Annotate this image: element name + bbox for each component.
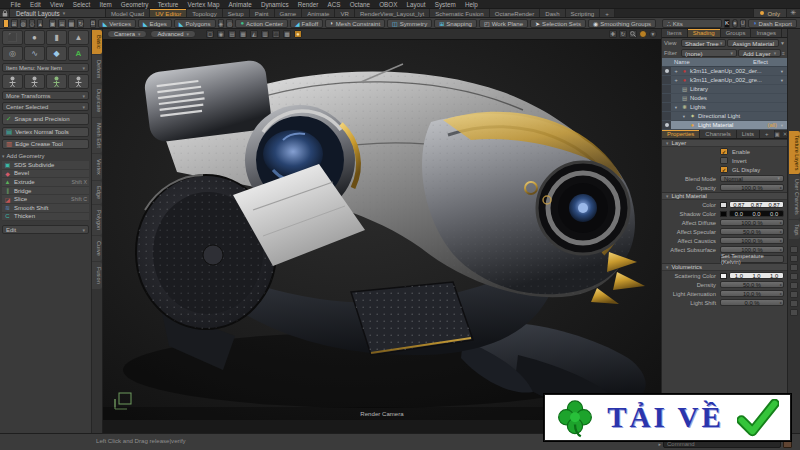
octane-icon[interactable]: ● [732, 19, 738, 28]
tab-renderview-layout[interactable]: RenderView_Layout_lyt [355, 9, 430, 17]
tree-row-material-1[interactable]: + ● k3m11_cleanUp_002_der... ▾ [662, 67, 787, 76]
tab-setup[interactable]: Setup [223, 9, 250, 17]
grid-tool-icon[interactable]: ⊞ [11, 19, 18, 28]
refresh-tool-icon[interactable]: ↻ [77, 19, 84, 28]
menu-texture[interactable]: Texture [153, 1, 183, 8]
edge-crease-tool-button[interactable]: ▥ Edge Crease Tool [2, 139, 89, 149]
side-square-button[interactable] [790, 255, 798, 262]
shadow-color-swatch[interactable] [720, 211, 727, 217]
menu-item[interactable]: Item [95, 1, 116, 8]
add-tab-button[interactable]: + [600, 9, 615, 17]
visibility-eye-icon[interactable] [662, 94, 671, 102]
text-primitive-button[interactable]: A [68, 46, 89, 61]
set-temperature-button[interactable]: Set Temperature (Kelvin) [720, 255, 784, 263]
menu-octane[interactable]: Octane [345, 1, 375, 8]
symmetry-button[interactable]: ◫Symmetry [387, 19, 432, 28]
invert-checkbox[interactable] [720, 157, 728, 164]
download-banner-text[interactable]: TẢI VỀ [607, 401, 724, 434]
mesh-constraint-button[interactable]: ◗Mesh Constraint [325, 19, 385, 28]
visibility-eye-icon[interactable] [662, 85, 671, 93]
dash-export-button[interactable]: ◑Dash Export [748, 19, 797, 28]
spinner-icon[interactable]: ▸ [780, 238, 782, 243]
menu-vertex-map[interactable]: Vertex Map [183, 1, 224, 8]
menu-view[interactable]: View [45, 1, 68, 8]
vtab-curve[interactable]: Curve [92, 236, 102, 261]
scale-item-tool-button[interactable] [46, 74, 67, 89]
tab-shading[interactable]: Shading [688, 29, 721, 37]
pan-icon[interactable]: ✚ [609, 30, 617, 38]
render-preview-icon[interactable]: ● [294, 30, 302, 38]
vtab-vertex[interactable]: Vertex [92, 154, 102, 180]
vtab-edge[interactable]: Edge [92, 181, 102, 204]
background-icon[interactable]: ▥ [261, 30, 269, 38]
advanced-dropdown[interactable]: Advanced▾ [150, 30, 196, 38]
tool-extrude[interactable]: ▲ExtrudeShift X [2, 178, 89, 187]
affect-diffuse-field[interactable]: 100.0 %▸ [720, 219, 784, 227]
tab-octanerender[interactable]: OctaneRender [490, 9, 541, 17]
visibility-eye-icon[interactable] [662, 121, 671, 129]
falloff-button[interactable]: ◢Falloff [290, 19, 323, 28]
menu-file[interactable]: File [6, 1, 25, 8]
kits-dropdown[interactable]: ∴Kits [662, 19, 722, 28]
layers-tool-icon[interactable]: ▣ [49, 19, 57, 28]
torus-primitive-button[interactable]: ◎ [2, 46, 23, 61]
only-toggle[interactable]: Only [753, 9, 786, 17]
tab-topology[interactable]: Topology [187, 9, 222, 17]
tab-groups[interactable]: Groups [721, 29, 752, 37]
vtab-basic[interactable]: Basic [92, 30, 102, 54]
region-tool-icon[interactable]: ▦ [68, 19, 76, 28]
tree-row-material-2[interactable]: + ● k3m11_cleanUp_002_gre... ▾ [662, 76, 787, 85]
gear-icon[interactable]: ✳ [786, 9, 800, 17]
tab-game[interactable]: Game [275, 9, 303, 17]
menu-obox[interactable]: OBOX [375, 1, 402, 8]
menu-render[interactable]: Render [293, 1, 323, 8]
menu-geometry[interactable]: Geometry [116, 1, 153, 8]
scene-3d-spacecraft[interactable] [103, 40, 661, 420]
tab-animate[interactable]: Animate [302, 9, 335, 17]
vtab-fusion[interactable]: Fusion [92, 262, 102, 289]
rvtab-tags[interactable]: Tags [789, 220, 800, 239]
work-plane-button[interactable]: ◰Work Plane [479, 19, 528, 28]
tab-scripting[interactable]: Scripting [566, 9, 601, 17]
cylinder-primitive-button[interactable]: ▮ [46, 30, 67, 45]
matcap-icon[interactable]: ▤ [228, 30, 236, 38]
rotate-item-tool-button[interactable] [24, 74, 45, 89]
gl-display-checkbox[interactable]: ✓ [720, 166, 728, 173]
spinner-icon[interactable]: ▸ [780, 185, 782, 190]
sphere-primitive-button[interactable]: ● [24, 30, 45, 45]
spinner-icon[interactable]: ▸ [780, 220, 782, 225]
vtab-deform[interactable]: Deform [92, 55, 102, 83]
funnel-icon[interactable]: ▼ [780, 40, 785, 46]
pivot-tool-icon[interactable]: ◇ [29, 19, 36, 28]
tab-uv-editor[interactable]: UV Editor [150, 9, 187, 17]
tab-paint[interactable]: Paint [250, 9, 275, 17]
side-square-button[interactable] [790, 282, 798, 289]
spinner-icon[interactable]: ▸ [780, 282, 782, 287]
selection-sets-button[interactable]: ➤Selection Sets [530, 19, 586, 28]
shadow-color-field[interactable]: 0.0 0.0 0.0 [729, 210, 784, 218]
menu-layout[interactable]: Layout [402, 1, 430, 8]
tab-items[interactable]: Items [662, 29, 688, 37]
spinner-icon[interactable]: ▸ [780, 300, 782, 305]
filter-dropdown[interactable]: (none)▾ [681, 49, 737, 57]
add-geometry-header[interactable]: ▾ Add Geometry [2, 152, 89, 160]
center-selected-dropdown[interactable]: Center Selected▾ [2, 102, 89, 111]
shading-style-icon[interactable]: ▢ [206, 30, 214, 38]
menu-animate[interactable]: Animate [224, 1, 256, 8]
helix-primitive-button[interactable]: ∿ [24, 46, 45, 61]
side-square-button[interactable] [790, 291, 798, 298]
layout-selector[interactable]: Default Layouts ▾ [10, 9, 106, 17]
tool-thicken[interactable]: CThicken [2, 213, 89, 222]
tree-row-lights[interactable]: ▾ ❋ Lights [662, 103, 787, 112]
item-menu-dropdown[interactable]: Item Menu: New Item▾ [2, 63, 89, 72]
lighting-icon[interactable]: ◭ [250, 30, 258, 38]
spinner-icon[interactable]: ▸ [780, 291, 782, 296]
expand-plus-icon[interactable]: + [673, 77, 679, 83]
vtab-duplicate[interactable]: Duplicate [92, 84, 102, 117]
scattering-color-swatch[interactable] [720, 273, 727, 279]
camera-dropdown[interactable]: Camera▾ [107, 30, 147, 38]
tool-smooth-shift[interactable]: ≋Smooth Shift [2, 204, 89, 213]
more-transforms-dropdown[interactable]: More Transforms▾ [2, 91, 89, 100]
affect-caustics-field[interactable]: 100.0 %▸ [720, 237, 784, 245]
add-panel-tab-button[interactable]: + [760, 130, 775, 138]
